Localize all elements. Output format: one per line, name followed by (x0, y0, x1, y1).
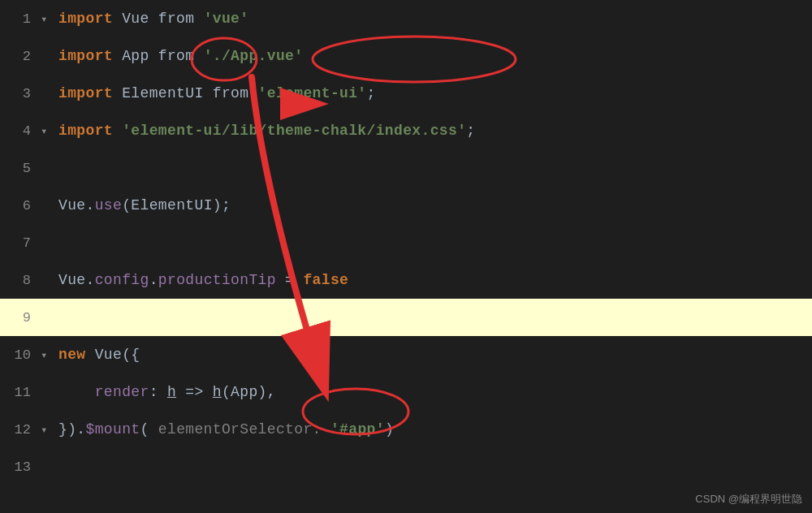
line-number-8: 8 (0, 273, 41, 288)
line-number-9: 9 (0, 310, 41, 325)
code-line-6: 6 Vue.use(ElementUI); (0, 187, 812, 224)
fold-icon-1[interactable]: ▾ (41, 12, 52, 26)
code-line-9: 9 (0, 299, 812, 336)
line-number-5: 5 (0, 161, 41, 176)
line-number-11: 11 (0, 385, 41, 400)
code-editor: 1▾import Vue from 'vue'2 import App from… (0, 0, 812, 513)
code-content-11: render: h => h(App), (55, 384, 812, 400)
code-line-7: 7 (0, 224, 812, 261)
fold-icon-10[interactable]: ▾ (41, 348, 52, 362)
code-line-2: 2 import App from './App.vue' (0, 37, 812, 75)
line-number-4: 4 (0, 123, 41, 139)
fold-icon-4[interactable]: ▾ (41, 124, 52, 138)
code-line-10: 10▾new Vue({ (0, 336, 812, 373)
line-number-13: 13 (0, 459, 41, 475)
line-number-12: 12 (0, 422, 41, 438)
code-content-4: import 'element-ui/lib/theme-chalk/index… (55, 123, 812, 139)
code-content-12: }).$mount( elementOrSelector: '#app') (55, 421, 812, 438)
code-line-8: 8 Vue.config.productionTip = false (0, 261, 812, 299)
fold-icon-12[interactable]: ▾ (41, 423, 52, 437)
code-line-11: 11 render: h => h(App), (0, 373, 812, 411)
line-number-7: 7 (0, 235, 41, 251)
code-line-13: 13 (0, 448, 812, 485)
code-line-4: 4▾import 'element-ui/lib/theme-chalk/ind… (0, 112, 812, 149)
line-number-3: 3 (0, 86, 41, 101)
line-number-2: 2 (0, 49, 41, 64)
code-content-3: import ElementUI from 'element-ui'; (55, 85, 812, 101)
watermark: CSDN @编程界明世隐 (695, 492, 802, 507)
line-number-10: 10 (0, 347, 41, 363)
code-line-1: 1▾import Vue from 'vue' (0, 0, 812, 37)
code-content-1: import Vue from 'vue' (55, 11, 812, 27)
code-line-5: 5 (0, 149, 812, 187)
code-content-8: Vue.config.productionTip = false (55, 272, 812, 288)
code-content-6: Vue.use(ElementUI); (55, 197, 812, 213)
code-content-2: import App from './App.vue' (55, 48, 812, 64)
code-content-10: new Vue({ (55, 347, 812, 363)
code-line-12: 12▾}).$mount( elementOrSelector: '#app') (0, 411, 812, 448)
line-number-6: 6 (0, 198, 41, 213)
line-number-1: 1 (0, 11, 41, 27)
code-line-3: 3 import ElementUI from 'element-ui'; (0, 75, 812, 112)
